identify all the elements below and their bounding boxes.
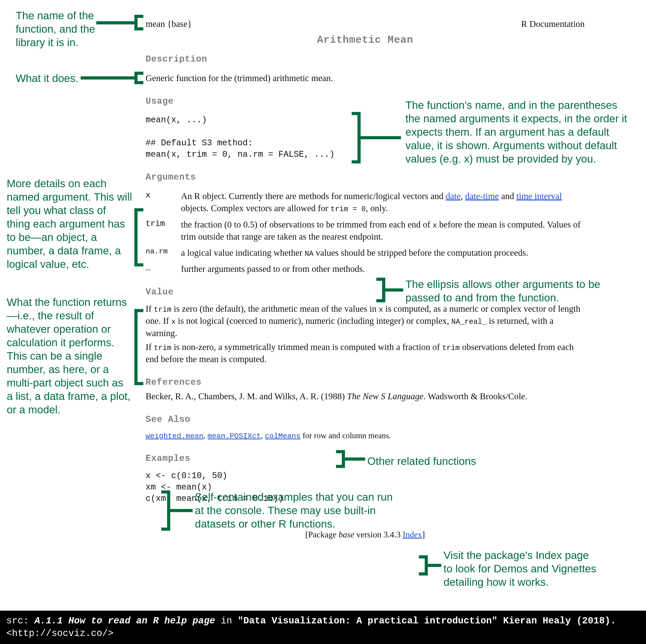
bracket-icon — [352, 112, 361, 163]
arg-desc-dots: further arguments passed to or from othe… — [181, 263, 584, 275]
value-paragraph-2: If trim is non-zero, a symmetrically tri… — [145, 341, 584, 365]
link-date[interactable]: date — [446, 191, 461, 201]
arg-name-dots: … — [145, 263, 177, 275]
annotation-examples: Self-contained examples that you can run… — [195, 490, 397, 531]
seealso-heading: See Also — [145, 414, 584, 426]
description-heading: Description — [145, 53, 584, 66]
annotation-index: Visit the package's Index page to look f… — [443, 549, 600, 589]
value-paragraph-1: If trim is zero (the default), the arith… — [145, 303, 584, 339]
connector-icon — [96, 21, 134, 24]
arg-desc-narm: a logical value indicating whether NA va… — [181, 247, 584, 259]
bracket-icon — [419, 555, 428, 575]
bracket-icon — [134, 15, 143, 30]
arg-name-trim: trim — [145, 219, 177, 243]
arguments-heading: Arguments — [145, 171, 584, 183]
arg-name-narm: na.rm — [145, 247, 177, 259]
bracket-icon — [134, 72, 143, 84]
connector-icon — [170, 509, 193, 512]
references-text: Becker, R. A., Chambers, J. M. and Wilks… — [145, 390, 584, 402]
bracket-icon — [134, 309, 143, 385]
bracket-icon — [336, 450, 345, 468]
annotation-usage: The function's name, and in the parenthe… — [406, 99, 634, 166]
connector-icon — [345, 458, 365, 461]
link-time-interval[interactable]: time interval — [516, 191, 562, 201]
connector-icon — [81, 76, 134, 80]
link-weighted-mean[interactable]: weighted.mean — [145, 432, 203, 440]
arg-name-x: x — [145, 190, 177, 214]
description-text: Generic function for the (trimmed) arith… — [145, 72, 584, 84]
annotation-arg-details: More details on each named argument. Thi… — [7, 177, 132, 271]
annotation-ellipsis: The ellipsis allows other arguments to b… — [406, 278, 634, 304]
doc-source-label: R Documentation — [521, 18, 584, 30]
page-title: Arithmetic Mean — [145, 33, 584, 47]
source-citation-footer: src: A.1.1 How to read an R help page in… — [0, 611, 646, 644]
arg-desc-x: An R object. Currently there are methods… — [181, 190, 584, 214]
annotation-function-name: The name of the function, and the librar… — [16, 9, 112, 49]
connector-icon — [385, 288, 403, 291]
annotation-value: What the function returns—i.e., the resu… — [7, 295, 132, 416]
references-heading: References — [145, 376, 584, 388]
connector-icon — [428, 564, 441, 567]
annotation-seealso: Other related functions — [367, 455, 524, 468]
fn-signature-name: mean {base} — [145, 18, 192, 30]
bracket-icon — [134, 208, 143, 266]
seealso-text: weighted.mean, mean.POSIXct, colMeans fo… — [145, 430, 584, 441]
bracket-icon — [376, 278, 385, 302]
link-mean-posixct[interactable]: mean.POSIXct — [207, 432, 261, 440]
package-footer: [Package base version 3.4.3 Index] — [145, 529, 584, 540]
link-date-time[interactable]: date-time — [465, 191, 499, 201]
connector-icon — [361, 136, 401, 139]
bracket-icon — [161, 490, 170, 531]
link-colmeans[interactable]: colMeans — [265, 432, 301, 440]
arg-desc-trim: the fraction (0 to 0.5) of observations … — [181, 219, 584, 243]
link-package-index[interactable]: Index — [403, 530, 422, 539]
